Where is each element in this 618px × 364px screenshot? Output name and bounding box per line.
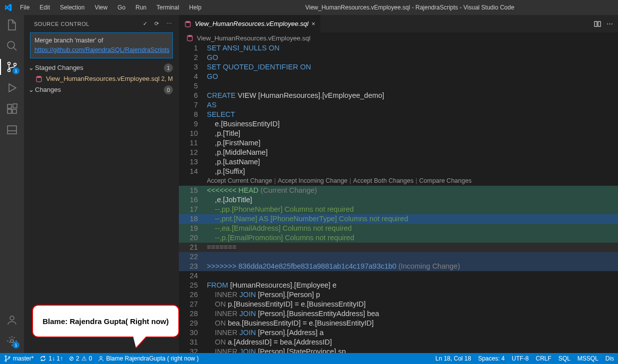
merge-codelens: Accept Current Change| Accept Incoming C… xyxy=(179,176,618,186)
status-eol[interactable]: CRLF xyxy=(536,355,551,362)
title-bar: File Edit Selection View Go Run Terminal… xyxy=(0,0,618,15)
tab-sql-file[interactable]: View_HumanResources.vEmployee.sql × xyxy=(179,15,321,32)
manage-icon[interactable]: 1 xyxy=(6,335,18,347)
chevron-down-icon: ⌄ xyxy=(27,64,35,71)
editor-area: View_HumanResources.vEmployee.sql × ⋯ Vi… xyxy=(179,15,618,353)
svg-point-1 xyxy=(8,62,10,65)
more-editor-actions-icon[interactable]: ⋯ xyxy=(607,20,613,27)
menu-go[interactable]: Go xyxy=(113,2,129,13)
more-actions-icon[interactable]: ⋯ xyxy=(166,20,172,27)
svg-rect-4 xyxy=(7,104,11,108)
menu-terminal[interactable]: Terminal xyxy=(152,2,183,13)
svg-point-2 xyxy=(8,69,10,72)
svg-rect-5 xyxy=(7,109,11,113)
refresh-icon[interactable]: ⟳ xyxy=(154,20,159,27)
staged-file-status: 2, M xyxy=(161,75,173,82)
close-icon[interactable]: × xyxy=(311,20,315,27)
svg-point-3 xyxy=(14,63,16,66)
editor-tabs: View_HumanResources.vEmployee.sql × ⋯ xyxy=(179,15,618,32)
status-problems[interactable]: ⊘2 ⚠0 xyxy=(69,355,92,362)
menu-file[interactable]: File xyxy=(16,2,33,13)
commit-message-input[interactable]: Merge branch 'master' of https://github.… xyxy=(30,32,173,58)
svg-point-17 xyxy=(5,360,6,362)
source-control-sidebar: SOURCE CONTROL ✓ ⟳ ⋯ Merge branch 'maste… xyxy=(24,15,179,353)
staged-changes-label: Staged Changes xyxy=(35,64,164,71)
svg-point-9 xyxy=(10,316,14,320)
window-title: View_HumanResources.vEmployee.sql - Raje… xyxy=(205,4,614,11)
sql-file-icon xyxy=(35,75,43,83)
code-editor[interactable]: 1SET ANSI_NULLS ON 2GO 3SET QUOTED_IDENT… xyxy=(179,43,618,353)
commit-action-icon[interactable]: ✓ xyxy=(143,20,148,27)
accept-current-link[interactable]: Accept Current Change xyxy=(207,176,272,186)
svg-rect-13 xyxy=(595,21,597,26)
menu-run[interactable]: Run xyxy=(131,2,150,13)
svg-point-18 xyxy=(8,357,10,358)
status-disconnected[interactable]: Dis xyxy=(606,355,614,362)
sql-file-icon xyxy=(186,34,194,42)
source-control-icon[interactable]: 1 xyxy=(6,61,18,73)
vscode-logo-icon xyxy=(4,3,12,11)
scm-badge: 1 xyxy=(12,67,19,74)
status-cursor-pos[interactable]: Ln 18, Col 18 xyxy=(436,355,471,362)
staged-changes-header[interactable]: ⌄ Staged Changes 1 xyxy=(24,62,179,73)
menu-view[interactable]: View xyxy=(90,2,111,13)
sidebar-title: SOURCE CONTROL xyxy=(34,21,89,27)
accept-both-link[interactable]: Accept Both Changes xyxy=(353,176,414,186)
status-sync[interactable]: 1↓ 1↑ xyxy=(39,355,63,362)
tab-label: View_HumanResources.vEmployee.sql xyxy=(195,20,308,27)
breadcrumb[interactable]: View_HumanResources.vEmployee.sql xyxy=(179,32,618,43)
annotation-callout: Blame: Rajendra Gupta( Right now) xyxy=(32,305,179,338)
breadcrumb-file: View_HumanResources.vEmployee.sql xyxy=(197,34,310,42)
menu-help[interactable]: Help xyxy=(185,2,206,13)
staged-file-name: View_HumanResources.vEmployee.sql xyxy=(46,75,161,82)
menu-edit[interactable]: Edit xyxy=(35,2,54,13)
svg-point-12 xyxy=(185,21,190,23)
svg-point-16 xyxy=(5,356,6,357)
changes-label: Changes xyxy=(35,86,164,93)
callout-text: Blame: Rajendra Gupta( Right now) xyxy=(42,317,169,326)
svg-point-0 xyxy=(7,41,14,48)
status-language[interactable]: SQL xyxy=(559,355,571,362)
svg-rect-7 xyxy=(13,104,17,108)
status-encoding[interactable]: UTF-8 xyxy=(512,355,529,362)
explorer-icon[interactable] xyxy=(6,19,18,31)
run-debug-icon[interactable] xyxy=(6,82,18,94)
svg-point-19 xyxy=(100,357,102,359)
changes-count-badge: 0 xyxy=(164,85,173,94)
activity-bar: 1 1 xyxy=(0,15,24,353)
manage-badge: 1 xyxy=(12,342,19,349)
svg-rect-14 xyxy=(598,21,601,26)
commit-msg-text: Merge branch 'master' of xyxy=(34,37,103,44)
search-icon[interactable] xyxy=(6,40,18,52)
staged-count-badge: 1 xyxy=(164,63,173,72)
changes-header[interactable]: ⌄ Changes 0 xyxy=(24,84,179,95)
extensions-icon[interactable] xyxy=(6,103,18,115)
commit-msg-link[interactable]: https://github.com/RajendraSQL/RajendraS… xyxy=(34,46,169,53)
main-menu: File Edit Selection View Go Run Terminal… xyxy=(16,2,205,13)
sidebar-actions: ✓ ⟳ ⋯ xyxy=(143,20,172,27)
staged-file-row[interactable]: View_HumanResources.vEmployee.sql 2, M xyxy=(24,73,179,84)
sql-file-icon xyxy=(184,20,192,28)
svg-rect-6 xyxy=(12,109,16,113)
compare-changes-icon[interactable] xyxy=(594,20,602,28)
svg-rect-8 xyxy=(7,126,16,134)
status-bar: master* 1↓ 1↑ ⊘2 ⚠0 Blame RajendraGupta … xyxy=(0,353,618,364)
status-branch[interactable]: master* xyxy=(4,355,33,362)
svg-point-11 xyxy=(36,76,41,78)
status-connection[interactable]: MSSQL xyxy=(578,355,599,362)
panel-icon[interactable] xyxy=(6,124,18,136)
status-blame[interactable]: Blame RajendraGupta ( right now ) xyxy=(98,355,198,362)
svg-point-15 xyxy=(187,35,192,37)
accept-incoming-link[interactable]: Accept Incoming Change xyxy=(278,176,348,186)
chevron-down-icon: ⌄ xyxy=(27,86,35,93)
status-spaces[interactable]: Spaces: 4 xyxy=(478,355,505,362)
menu-selection[interactable]: Selection xyxy=(56,2,88,13)
accounts-icon[interactable] xyxy=(6,314,18,326)
compare-changes-link[interactable]: Compare Changes xyxy=(419,176,472,186)
